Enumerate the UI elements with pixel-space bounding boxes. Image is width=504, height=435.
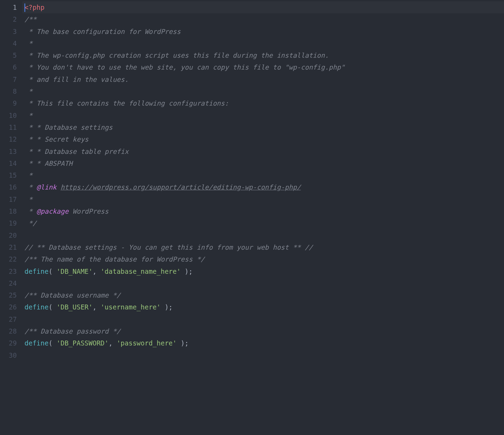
code-line[interactable]: define( 'DB_USER', 'username_here' ); [22,301,504,313]
line-number: 26 [0,301,17,313]
code-line[interactable]: * You don't have to use the web site, yo… [22,61,504,73]
code-token: * * Database settings [24,123,113,131]
line-number: 30 [0,349,17,361]
code-line[interactable]: /** [22,13,504,25]
code-token: /** Database username */ [24,291,121,299]
code-token: 'DB_PASSWORD' [57,339,109,347]
code-token: * You don't have to use the web site, yo… [24,63,345,71]
line-number: 2 [0,13,17,25]
code-token: * * Secret keys [24,135,89,143]
code-token: define [24,268,49,275]
code-line[interactable]: * @link https://wordpress.org/support/ar… [22,181,504,193]
code-token: define [24,339,49,347]
code-line[interactable]: * This file contains the following confi… [22,97,504,109]
code-line[interactable]: * and fill in the values. [22,73,504,85]
code-token: @package [36,207,69,215]
code-token: @link [36,183,56,191]
line-number: 22 [0,253,17,265]
code-line[interactable]: <?php [22,1,504,13]
code-token: * * ABSPATH [24,159,72,167]
line-number: 13 [0,145,17,157]
code-token: /** [24,15,36,23]
code-line[interactable] [22,313,504,325]
code-token: * This file contains the following confi… [24,99,229,107]
code-line[interactable]: * [22,169,504,181]
code-token: ); [181,268,192,275]
code-line[interactable]: * The base configuration for WordPress [22,26,504,37]
code-token: // ** Database settings - You can get th… [24,243,313,251]
code-token: ( [49,303,57,311]
code-token: , [92,303,100,311]
line-number: 9 [0,97,17,109]
line-number: 24 [0,277,17,289]
line-number: 15 [0,169,17,181]
code-line[interactable]: */ [22,217,504,229]
code-token: * and fill in the values. [24,76,128,83]
code-line[interactable]: * * Database table prefix [22,145,504,157]
line-number-gutter: 1234567891011121314151617181920212223242… [0,0,22,435]
code-line[interactable]: * [22,37,504,49]
code-line[interactable]: define( 'DB_NAME', 'database_name_here' … [22,265,504,277]
line-number: 4 [0,37,17,49]
code-line[interactable]: * [22,85,504,97]
code-line[interactable]: // ** Database settings - You can get th… [22,241,504,253]
code-token: * [24,183,36,191]
code-line[interactable]: * * Secret keys [22,133,504,145]
code-line[interactable]: define( 'DB_PASSWORD', 'password_here' )… [22,337,504,349]
line-number: 17 [0,193,17,205]
code-token: * [24,207,36,215]
code-token: 'database_name_here' [100,268,181,275]
line-number: 20 [0,229,17,241]
code-line[interactable]: * [22,193,504,205]
code-token: 'DB_USER' [57,303,93,311]
line-number: 18 [0,205,17,217]
code-token: * [24,40,33,47]
text-cursor [24,3,25,12]
code-content-area[interactable]: <?php/** * The base configuration for Wo… [22,0,504,435]
code-line[interactable]: * * ABSPATH [22,157,504,169]
code-token: define [24,303,49,311]
code-editor[interactable]: 1234567891011121314151617181920212223242… [0,0,504,435]
line-number: 21 [0,241,17,253]
code-line[interactable]: * * Database settings [22,121,504,133]
code-line[interactable]: * @package WordPress [22,205,504,217]
code-token: * [24,195,33,203]
code-token: * [24,87,33,95]
code-token: */ [24,219,36,227]
code-line[interactable]: * [22,109,504,121]
code-token: 'username_here' [100,303,161,311]
code-line[interactable]: * The wp-config.php creation script uses… [22,49,504,61]
code-token: * [24,112,33,119]
code-token: * The wp-config.php creation script uses… [24,51,329,59]
code-line[interactable] [22,229,504,241]
line-number: 29 [0,337,17,349]
line-number: 5 [0,49,17,61]
line-number: 11 [0,121,17,133]
code-token: ( [49,339,57,347]
code-line[interactable] [22,349,504,361]
code-token [57,183,61,191]
line-number: 19 [0,217,17,229]
code-token: * * Database table prefix [24,148,128,155]
code-token: WordPress [69,207,108,215]
code-token: ( [49,268,57,275]
code-token: 'password_here' [117,339,177,347]
line-number: 8 [0,85,17,97]
code-token: https://wordpress.org/support/article/ed… [61,183,301,191]
code-line[interactable]: /** The name of the database for WordPre… [22,253,504,265]
code-line[interactable]: /** Database username */ [22,289,504,301]
line-number: 14 [0,157,17,169]
code-line[interactable] [22,277,504,289]
code-token: ); [177,339,189,347]
line-number: 3 [0,26,17,37]
line-number: 7 [0,73,17,85]
code-line[interactable]: /** Database password */ [22,325,504,337]
line-number: 6 [0,61,17,73]
line-number: 12 [0,133,17,145]
line-number: 23 [0,265,17,277]
code-token: , [108,339,117,347]
code-token: 'DB_NAME' [57,268,93,275]
line-number: 27 [0,313,17,325]
code-token: ); [161,303,173,311]
line-number: 1 [0,1,17,13]
